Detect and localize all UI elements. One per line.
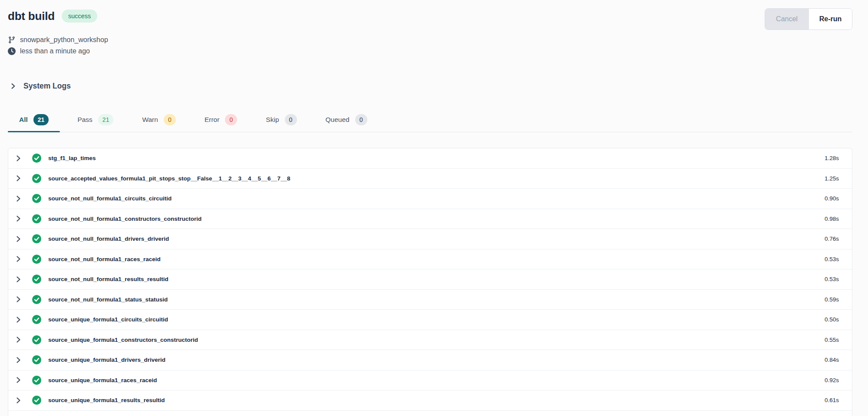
- tab-count-badge: 0: [225, 114, 237, 125]
- table-row[interactable]: source_unique_formula1_circuits_circuiti…: [8, 310, 852, 330]
- check-circle-icon: [32, 154, 41, 163]
- tab-count-badge: 21: [98, 114, 114, 125]
- expand-chevron-icon[interactable]: [15, 236, 22, 242]
- tab-count-badge: 0: [355, 114, 367, 125]
- check-circle-icon: [32, 275, 41, 284]
- status-tab[interactable]: Skip 0: [254, 110, 308, 132]
- table-row[interactable]: source_unique_formula1_constructors_cons…: [8, 330, 852, 350]
- results-list: stg_f1_lap_times 1.28s source_accepted_v…: [8, 148, 852, 416]
- git-branch-icon: [8, 36, 16, 44]
- table-row[interactable]: source_accepted_values_formula1_pit_stop…: [8, 169, 852, 189]
- expand-chevron-icon[interactable]: [15, 215, 22, 222]
- check-circle-icon: [32, 355, 41, 364]
- result-duration: 0.76s: [825, 236, 839, 242]
- result-duration: 0.98s: [825, 216, 839, 222]
- check-circle-icon: [32, 174, 41, 183]
- status-tab[interactable]: Warn 0: [131, 110, 187, 132]
- expand-chevron-icon[interactable]: [15, 296, 22, 303]
- status-tab[interactable]: Pass 21: [66, 110, 125, 132]
- system-logs-label: System Logs: [23, 82, 71, 91]
- run-meta: snowpark_python_workshop less than a min…: [8, 34, 852, 57]
- time-row: less than a minute ago: [8, 46, 852, 57]
- check-circle-icon: [32, 335, 41, 344]
- check-circle-icon: [32, 214, 41, 223]
- result-name: source_unique_formula1_drivers_driverid: [48, 357, 825, 363]
- check-circle-icon: [32, 255, 41, 264]
- table-row[interactable]: source_unique_formula1_drivers_driverid …: [8, 350, 852, 370]
- expand-chevron-icon[interactable]: [15, 155, 22, 162]
- expand-chevron-icon[interactable]: [15, 397, 22, 404]
- status-tab[interactable]: Queued 0: [314, 110, 379, 132]
- expand-chevron-icon[interactable]: [15, 357, 22, 364]
- result-name: source_not_null_formula1_constructors_co…: [48, 216, 825, 222]
- result-duration: 0.59s: [825, 296, 839, 303]
- result-name: source_not_null_formula1_circuits_circui…: [48, 195, 825, 202]
- table-row[interactable]: source_not_null_formula1_constructors_co…: [8, 209, 852, 229]
- status-tabbar: All 21 Pass 21 Warn 0 Error 0 Skip 0 Que…: [8, 110, 852, 132]
- tab-count-badge: 21: [33, 114, 49, 125]
- result-duration: 0.90s: [825, 195, 839, 202]
- table-row[interactable]: source_not_null_formula1_circuits_circui…: [8, 189, 852, 209]
- expand-chevron-icon[interactable]: [15, 195, 22, 202]
- table-row[interactable]: source_not_null_formula1_status_statusid…: [8, 290, 852, 310]
- tab-count-badge: 0: [164, 114, 176, 125]
- expand-chevron-icon[interactable]: [15, 377, 22, 383]
- status-tab[interactable]: All 21: [8, 110, 60, 132]
- result-duration: 0.55s: [825, 337, 839, 343]
- result-duration: 0.61s: [825, 397, 839, 403]
- table-row[interactable]: stg_f1_lap_times 1.28s: [8, 148, 852, 169]
- branch-row: snowpark_python_workshop: [8, 34, 852, 46]
- result-name: source_unique_formula1_results_resultid: [48, 397, 825, 403]
- run-actions: Cancel Re-run: [765, 8, 852, 30]
- rerun-button[interactable]: Re-run: [809, 9, 852, 29]
- tab-label: Skip: [266, 116, 279, 124]
- time-ago: less than a minute ago: [20, 47, 90, 55]
- table-row[interactable]: source_not_null_formula1_results_resulti…: [8, 269, 852, 290]
- branch-name: snowpark_python_workshop: [20, 36, 108, 44]
- expand-chevron-icon[interactable]: [15, 175, 22, 182]
- table-row[interactable]: source_unique_formula1_results_resultid …: [8, 390, 852, 411]
- clock-icon: [8, 47, 16, 55]
- table-row[interactable]: source_unique_formula1_status_statusid 0…: [8, 411, 852, 416]
- expand-chevron-icon[interactable]: [15, 255, 22, 262]
- result-name: source_unique_formula1_circuits_circuiti…: [48, 316, 825, 323]
- expand-chevron-icon[interactable]: [15, 276, 22, 283]
- header: dbt build success Cancel Re-run: [8, 7, 852, 30]
- status-tab[interactable]: Error 0: [193, 110, 248, 132]
- table-row[interactable]: source_not_null_formula1_drivers_driveri…: [8, 229, 852, 249]
- tab-label: Queued: [326, 116, 350, 124]
- chevron-right-icon: [10, 83, 17, 89]
- result-name: source_not_null_formula1_drivers_driveri…: [48, 236, 825, 242]
- check-circle-icon: [32, 396, 41, 405]
- result-duration: 0.84s: [825, 357, 839, 363]
- result-name: source_accepted_values_formula1_pit_stop…: [48, 175, 825, 182]
- check-circle-icon: [32, 295, 41, 304]
- title-wrap: dbt build success: [8, 7, 97, 25]
- result-name: source_unique_formula1_constructors_cons…: [48, 337, 825, 343]
- result-name: stg_f1_lap_times: [48, 155, 825, 161]
- tab-label: Error: [205, 116, 219, 124]
- result-duration: 1.28s: [825, 155, 839, 161]
- check-circle-icon: [32, 315, 41, 324]
- result-duration: 0.50s: [825, 316, 839, 323]
- tab-count-badge: 0: [285, 114, 297, 125]
- result-name: source_not_null_formula1_results_resulti…: [48, 276, 825, 282]
- expand-chevron-icon[interactable]: [15, 336, 22, 343]
- check-circle-icon: [32, 376, 41, 385]
- tab-label: All: [19, 116, 28, 124]
- result-name: source_not_null_formula1_races_raceid: [48, 256, 825, 262]
- result-duration: 0.53s: [825, 256, 839, 262]
- tab-label: Pass: [77, 116, 92, 124]
- cancel-button[interactable]: Cancel: [765, 9, 809, 29]
- table-row[interactable]: source_not_null_formula1_races_raceid 0.…: [8, 249, 852, 270]
- expand-chevron-icon[interactable]: [15, 316, 22, 323]
- result-duration: 0.53s: [825, 276, 839, 282]
- result-name: source_unique_formula1_races_raceid: [48, 377, 825, 383]
- page-title: dbt build: [8, 10, 55, 23]
- status-badge: success: [62, 10, 97, 23]
- system-logs-toggle[interactable]: System Logs: [8, 80, 852, 92]
- result-name: source_not_null_formula1_status_statusid: [48, 296, 825, 303]
- check-circle-icon: [32, 234, 41, 243]
- table-row[interactable]: source_unique_formula1_races_raceid 0.92…: [8, 370, 852, 391]
- tab-label: Warn: [142, 116, 158, 124]
